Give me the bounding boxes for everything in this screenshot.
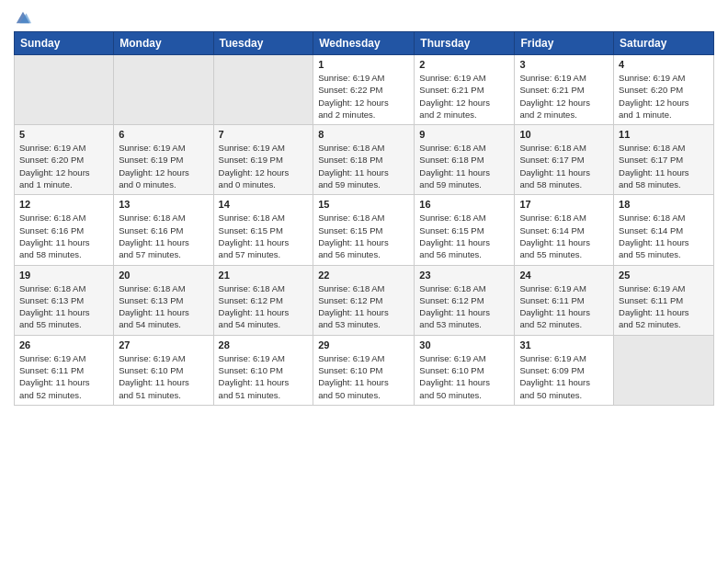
calendar-cell: 19Sunrise: 6:18 AMSunset: 6:13 PMDayligh… [15, 265, 114, 335]
day-info: Sunrise: 6:19 AMSunset: 6:20 PMDaylight:… [619, 72, 709, 121]
sunset-text: Sunset: 6:21 PM [519, 85, 584, 95]
sunset-text: Sunset: 6:18 PM [419, 155, 483, 165]
sunset-text: Sunset: 6:11 PM [519, 295, 584, 305]
sunset-text: Sunset: 6:10 PM [119, 365, 183, 375]
day-number: 8 [318, 129, 409, 140]
daylight-text: Daylight: 11 hours [119, 237, 189, 247]
daylight-text: and 2 minutes. [419, 109, 476, 120]
daylight-text: Daylight: 11 hours [419, 167, 490, 178]
sunrise-text: Sunrise: 6:18 AM [318, 283, 384, 293]
sunset-text: Sunset: 6:11 PM [619, 295, 683, 305]
sunrise-text: Sunrise: 6:19 AM [519, 353, 586, 363]
sunrise-text: Sunrise: 6:18 AM [619, 213, 685, 223]
calendar-cell: 31Sunrise: 6:19 AMSunset: 6:09 PMDayligh… [515, 335, 614, 405]
daylight-text: and 0 minutes. [119, 179, 176, 190]
day-number: 21 [219, 270, 309, 281]
day-number: 16 [419, 199, 509, 210]
weekday-header-monday: Monday [114, 32, 213, 55]
day-number: 25 [619, 270, 709, 281]
day-number: 31 [519, 339, 609, 350]
day-number: 24 [519, 270, 609, 281]
sunrise-text: Sunrise: 6:18 AM [419, 213, 485, 223]
calendar-cell: 10Sunrise: 6:18 AMSunset: 6:17 PMDayligh… [515, 125, 614, 195]
day-number: 4 [619, 59, 709, 70]
daylight-text: and 58 minutes. [519, 179, 582, 190]
daylight-text: and 56 minutes. [419, 249, 482, 259]
sunset-text: Sunset: 6:11 PM [19, 365, 84, 375]
day-number: 10 [519, 129, 609, 140]
day-info: Sunrise: 6:18 AMSunset: 6:14 PMDaylight:… [619, 212, 709, 260]
daylight-text: and 55 minutes. [619, 249, 681, 259]
daylight-text: Daylight: 11 hours [318, 377, 389, 387]
sunrise-text: Sunrise: 6:18 AM [119, 283, 185, 293]
day-number: 12 [19, 199, 108, 210]
daylight-text: and 2 minutes. [519, 109, 576, 120]
daylight-text: Daylight: 12 hours [119, 167, 189, 178]
sunset-text: Sunset: 6:15 PM [318, 225, 382, 236]
sunrise-text: Sunrise: 6:18 AM [419, 143, 485, 153]
daylight-text: and 57 minutes. [219, 249, 281, 259]
daylight-text: Daylight: 12 hours [419, 98, 490, 108]
sunset-text: Sunset: 6:17 PM [519, 155, 584, 165]
sunrise-text: Sunrise: 6:18 AM [219, 283, 285, 293]
sunrise-text: Sunrise: 6:18 AM [219, 213, 285, 223]
sunset-text: Sunset: 6:14 PM [519, 225, 584, 236]
sunrise-text: Sunrise: 6:19 AM [519, 283, 586, 293]
day-info: Sunrise: 6:19 AMSunset: 6:10 PMDaylight:… [318, 352, 409, 401]
calendar-cell: 14Sunrise: 6:18 AMSunset: 6:15 PMDayligh… [213, 195, 313, 265]
day-number: 1 [318, 59, 409, 70]
daylight-text: and 54 minutes. [219, 319, 281, 329]
day-info: Sunrise: 6:18 AMSunset: 6:12 PMDaylight:… [419, 282, 509, 331]
day-info: Sunrise: 6:18 AMSunset: 6:12 PMDaylight:… [318, 282, 409, 331]
sunrise-text: Sunrise: 6:18 AM [519, 213, 586, 223]
sunrise-text: Sunrise: 6:18 AM [419, 283, 485, 293]
day-number: 18 [619, 199, 709, 210]
daylight-text: Daylight: 11 hours [619, 167, 689, 178]
sunrise-text: Sunrise: 6:18 AM [318, 213, 384, 223]
sunrise-text: Sunrise: 6:19 AM [219, 143, 285, 153]
calendar-cell: 1Sunrise: 6:19 AMSunset: 6:22 PMDaylight… [313, 55, 415, 125]
day-number: 11 [619, 129, 709, 140]
sunset-text: Sunset: 6:10 PM [419, 365, 483, 375]
day-info: Sunrise: 6:19 AMSunset: 6:22 PMDaylight:… [318, 72, 409, 121]
calendar-cell: 20Sunrise: 6:18 AMSunset: 6:13 PMDayligh… [114, 265, 213, 335]
daylight-text: and 50 minutes. [318, 390, 381, 400]
daylight-text: Daylight: 11 hours [318, 167, 389, 178]
daylight-text: and 52 minutes. [519, 319, 582, 329]
daylight-text: and 53 minutes. [419, 319, 482, 329]
day-info: Sunrise: 6:19 AMSunset: 6:11 PMDaylight:… [19, 352, 108, 401]
daylight-text: and 52 minutes. [619, 319, 681, 329]
day-info: Sunrise: 6:19 AMSunset: 6:21 PMDaylight:… [419, 72, 509, 121]
daylight-text: Daylight: 12 hours [219, 167, 290, 178]
page: SundayMondayTuesdayWednesdayThursdayFrid… [0, 0, 728, 563]
sunset-text: Sunset: 6:10 PM [318, 365, 382, 375]
day-number: 7 [219, 129, 309, 140]
weekday-header-sunday: Sunday [15, 32, 114, 55]
day-number: 14 [219, 199, 309, 210]
daylight-text: and 59 minutes. [419, 179, 482, 190]
sunrise-text: Sunrise: 6:19 AM [318, 353, 384, 363]
calendar-cell: 28Sunrise: 6:19 AMSunset: 6:10 PMDayligh… [213, 335, 313, 405]
calendar-cell [114, 55, 213, 125]
day-number: 15 [318, 199, 409, 210]
sunrise-text: Sunrise: 6:18 AM [119, 213, 185, 223]
daylight-text: Daylight: 12 hours [519, 98, 590, 108]
day-info: Sunrise: 6:18 AMSunset: 6:15 PMDaylight:… [219, 212, 309, 260]
sunrise-text: Sunrise: 6:18 AM [519, 143, 586, 153]
weekday-header-row: SundayMondayTuesdayWednesdayThursdayFrid… [15, 32, 714, 55]
week-row-4: 19Sunrise: 6:18 AMSunset: 6:13 PMDayligh… [15, 265, 714, 335]
day-info: Sunrise: 6:19 AMSunset: 6:19 PMDaylight:… [119, 142, 208, 190]
sunset-text: Sunset: 6:19 PM [119, 155, 183, 165]
calendar-cell: 8Sunrise: 6:18 AMSunset: 6:18 PMDaylight… [313, 125, 415, 195]
sunrise-text: Sunrise: 6:19 AM [219, 353, 285, 363]
daylight-text: Daylight: 12 hours [619, 98, 689, 108]
sunset-text: Sunset: 6:21 PM [419, 85, 483, 95]
daylight-text: and 56 minutes. [318, 249, 381, 259]
daylight-text: and 55 minutes. [519, 249, 582, 259]
daylight-text: and 51 minutes. [119, 390, 181, 400]
sunset-text: Sunset: 6:12 PM [318, 295, 382, 305]
sunrise-text: Sunrise: 6:18 AM [318, 143, 384, 153]
calendar-cell: 4Sunrise: 6:19 AMSunset: 6:20 PMDaylight… [614, 55, 714, 125]
daylight-text: and 2 minutes. [318, 109, 375, 120]
daylight-text: and 54 minutes. [119, 319, 181, 329]
